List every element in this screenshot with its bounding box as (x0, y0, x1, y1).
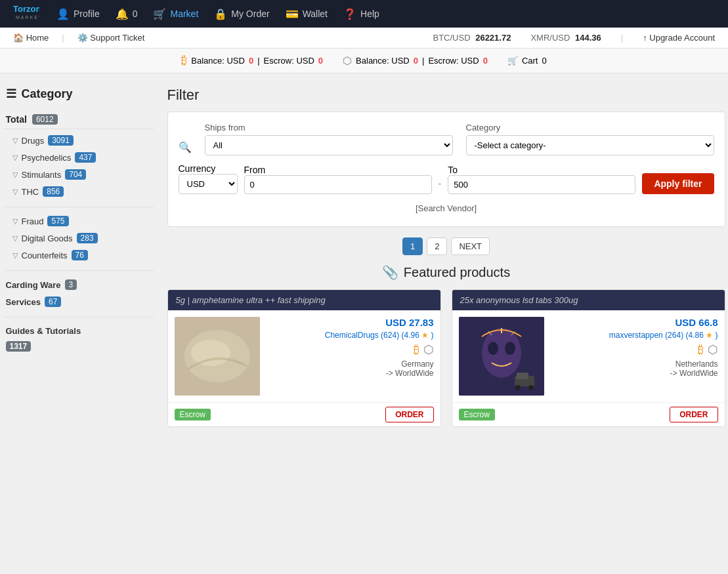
product-vendor-1: ChemicalDrugs (624) (4.96 ★ ) (325, 331, 434, 340)
xmr-accept-icon: ⬡ (423, 342, 434, 357)
main-container: ☰ Category Total 6012 ▽ Drugs 3091 ▽ Psy… (3, 87, 725, 427)
featured-header: 📎 Featured products (167, 264, 725, 280)
support-link[interactable]: ⚙️ Support Ticket (77, 33, 145, 43)
upgrade-icon: ↑ (643, 33, 647, 43)
xmr-icon: ⬡ (343, 54, 352, 67)
sidebar-title: ☰ Category (3, 87, 154, 101)
product-body-1: USD 27.83 ChemicalDrugs (624) (4.96 ★ ) … (168, 310, 440, 402)
category-select[interactable]: -Select a category- (466, 135, 714, 155)
btc-accept-icon-2: ₿ (698, 343, 704, 357)
total-label: Total (6, 114, 27, 125)
search-icon: 🔍 (179, 141, 192, 154)
currency-select[interactable]: USD (179, 174, 238, 194)
arrow-fraud: ▽ (12, 217, 18, 226)
carding-ware-count: 3 (65, 279, 77, 290)
arrow-thc: ▽ (12, 188, 18, 196)
arrow-drugs: ▽ (12, 136, 18, 145)
arrow-psychedelics: ▽ (12, 154, 18, 162)
svg-point-5 (191, 340, 230, 366)
total-count: 6012 (32, 114, 58, 125)
svg-text:MARKET: MARKET (16, 15, 39, 20)
cart-count: 0 (542, 56, 546, 66)
escrow-badge-2: Escrow (459, 409, 495, 420)
sidebar-item-fraud[interactable]: ▽ Fraud 575 (3, 213, 154, 230)
from-input[interactable]: 0 (244, 175, 432, 194)
navbar: Torzon MARKET 👤 Profile 🔔 0 🛒 Market 🔒 M… (0, 0, 728, 28)
filter-row2: Currency USD From 0 - To 500 Apply filte… (179, 163, 714, 194)
clip-icon: 📎 (382, 264, 398, 280)
nav-market[interactable]: 🛒 Market (146, 0, 205, 28)
sidebar-item-carding-ware[interactable]: Carding Ware 3 (3, 276, 154, 293)
drugs-count: 3091 (48, 135, 74, 146)
page-1-button[interactable]: 1 (402, 237, 423, 255)
btc-label: BTC/USD (433, 33, 470, 43)
filter-row1: 🔍 Ships from All Category -Select a cate… (179, 123, 714, 155)
nav-profile[interactable]: 👤 Profile (50, 0, 106, 28)
xmr-escrow-value: 0 (483, 56, 488, 66)
sidebar-title-label: Category (22, 87, 73, 101)
currency-label: Currency (179, 163, 238, 174)
sidebar: ☰ Category Total 6012 ▽ Drugs 3091 ▽ Psy… (3, 87, 154, 427)
sidebar-item-services[interactable]: Services 67 (3, 293, 154, 310)
cat-section-guides: Guides & Tutorials 1317 (3, 317, 154, 355)
products-grid: 5g | amphetamine ultra ++ fast shipping … (167, 289, 725, 427)
brand-logo: Torzon MARKET (11, 1, 39, 26)
sidebar-item-thc[interactable]: ▽ THC 856 (3, 183, 154, 200)
btc-icon: ₿ (181, 54, 187, 68)
cat-section-carding: Carding Ware 3 Services 67 (3, 270, 154, 310)
nav-myorder[interactable]: 🔒 My Order (207, 0, 276, 28)
svg-point-9 (505, 342, 515, 355)
svg-point-8 (488, 342, 498, 355)
home-link[interactable]: 🏠 Home (13, 33, 49, 43)
guides-count: 1317 (6, 341, 32, 352)
product-header-2: 25x anonymous lsd tabs 300ug (452, 290, 725, 310)
nav-wallet[interactable]: 💳 Wallet (279, 0, 334, 28)
cart-item[interactable]: 🛒 Cart 0 (507, 56, 547, 66)
upgrade-link[interactable]: ↑ Upgrade Account (643, 33, 715, 43)
nav-help[interactable]: ❓ Help (337, 0, 386, 28)
product-crypto-1: ₿ ⬡ (414, 342, 434, 357)
arrow-digital: ▽ (12, 234, 18, 243)
filter-box: 🔍 Ships from All Category -Select a cate… (167, 112, 725, 227)
sidebar-item-guides[interactable]: Guides & Tutorials 1317 (3, 323, 154, 355)
ships-from-select[interactable]: All (205, 135, 453, 155)
product-card-2: 25x anonymous lsd tabs 300ug (452, 289, 725, 427)
btc-price: BTC/USD 26221.72 (433, 33, 511, 43)
svg-rect-16 (517, 373, 528, 379)
order-button-2[interactable]: ORDER (670, 407, 717, 422)
search-vendor-link[interactable]: [Search Vendor] (179, 201, 714, 216)
svg-point-7 (482, 328, 521, 378)
nav-profile-label: Profile (74, 9, 100, 19)
product-footer-1: Escrow ORDER (168, 402, 440, 426)
next-button[interactable]: NEXT (451, 237, 490, 255)
nav-myorder-label: My Order (231, 9, 269, 19)
sidebar-item-counterfeits[interactable]: ▽ Counterfeits 76 (3, 247, 154, 264)
nav-notifications[interactable]: 🔔 0 (109, 0, 144, 28)
btc-escrow-label: Escrow: USD (264, 56, 314, 66)
btc-value: 26221.72 (475, 33, 511, 43)
product-vendor-2: maxverstappen (264) (4.86 ★ ) (609, 331, 718, 340)
sidebar-item-digital-goods[interactable]: ▽ Digital Goods 283 (3, 230, 154, 247)
content-area: Filter 🔍 Ships from All Category -Select… (167, 87, 725, 427)
page-2-button[interactable]: 2 (427, 237, 447, 255)
sidebar-item-drugs[interactable]: ▽ Drugs 3091 (3, 132, 154, 149)
sidebar-item-psychedelics[interactable]: ▽ Psychedelics 437 (3, 149, 154, 166)
to-input[interactable]: 500 (448, 175, 635, 194)
currency-col: Currency USD (179, 163, 238, 194)
bell-icon: 🔔 (116, 8, 129, 20)
divider1: | (257, 56, 259, 66)
balance-bar: ₿ Balance: USD 0 | Escrow: USD 0 ⬡ Balan… (0, 49, 728, 73)
home-label: Home (26, 33, 49, 43)
escrow-badge-1: Escrow (175, 409, 211, 420)
sidebar-item-stimulants[interactable]: ▽ Stimulants 704 (3, 166, 154, 183)
xmr-accept-icon-2: ⬡ (708, 342, 718, 357)
cat-total[interactable]: Total 6012 (3, 110, 154, 129)
product-price-1: USD 27.83 (385, 317, 433, 328)
arrow-stimulants: ▽ (12, 171, 18, 179)
apply-filter-button[interactable]: Apply filter (642, 173, 714, 194)
fraud-label: Fraud (22, 216, 44, 226)
psychedelics-count: 437 (75, 152, 96, 163)
counterfeits-count: 76 (72, 250, 88, 260)
order-button-1[interactable]: ORDER (385, 407, 433, 422)
svg-text:Torzon: Torzon (13, 4, 39, 14)
